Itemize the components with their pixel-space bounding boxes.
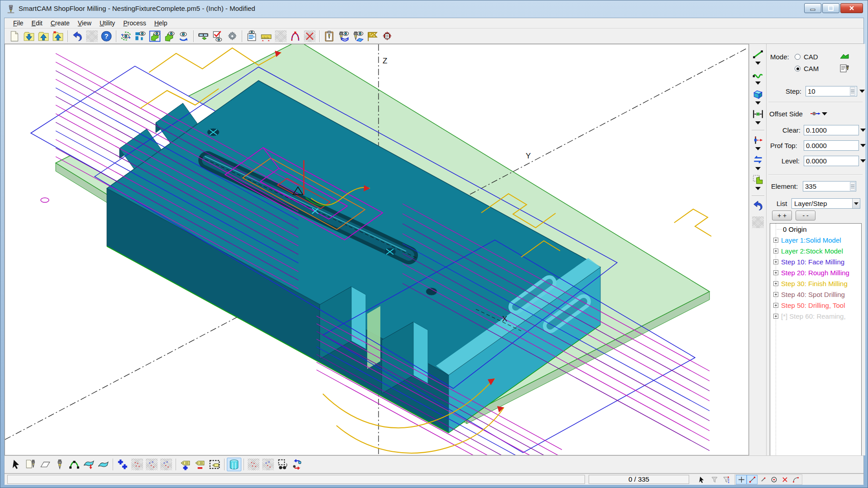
- expand-icon[interactable]: [773, 259, 778, 264]
- reverse-tool-button[interactable]: [751, 153, 765, 167]
- tag-select-button[interactable]: [207, 458, 222, 471]
- solid-tool-button[interactable]: [751, 87, 765, 101]
- show-active-button[interactable]: [148, 29, 162, 43]
- undo-side-button[interactable]: [751, 199, 765, 212]
- profile-tool-dropdown-icon[interactable]: [755, 187, 761, 190]
- undo-button[interactable]: [70, 29, 85, 43]
- help-button[interactable]: ?: [99, 29, 114, 43]
- expand-all-button[interactable]: + +: [772, 211, 792, 220]
- snap-endpoint-button[interactable]: [747, 475, 758, 484]
- tree-item-step-60-reaming[interactable]: [*] Step 60: Reaming,: [770, 311, 861, 321]
- tree-item-step-50-drilling-tool[interactable]: Step 50: Drilling, Tool: [770, 300, 861, 311]
- lead-arc-button[interactable]: [288, 29, 302, 43]
- show-all-button[interactable]: [162, 29, 177, 43]
- cam-radio[interactable]: [795, 66, 801, 72]
- list-combo-arrow[interactable]: [852, 199, 860, 208]
- level-input[interactable]: [804, 156, 859, 166]
- close-button[interactable]: [840, 3, 863, 13]
- viewport-canvas[interactable]: Z Y X: [5, 44, 749, 455]
- offset-side-dropdown-icon[interactable]: [822, 112, 827, 115]
- regen-view-button[interactable]: [290, 458, 304, 471]
- process-info-button[interactable]: [322, 29, 336, 43]
- stereo-view-button[interactable]: [196, 29, 211, 43]
- solid-tool-dropdown-icon[interactable]: [755, 101, 761, 105]
- sheet-drill-button[interactable]: [24, 458, 38, 471]
- expand-icon[interactable]: [773, 314, 778, 319]
- tree-item-layer-2-stock-model[interactable]: Layer 2:Stock Model: [770, 245, 861, 256]
- snap-arc-button[interactable]: [790, 475, 801, 484]
- show-surface-path-button[interactable]: [351, 29, 365, 43]
- jump-tool-dropdown-icon[interactable]: [755, 147, 761, 150]
- line-tool-button[interactable]: [751, 48, 765, 61]
- tree-item-step-20-rough-milling[interactable]: Step 20: Rough Milling: [770, 267, 861, 278]
- show-toolpath-button[interactable]: [336, 29, 351, 43]
- layer-step-tree[interactable]: 0 OriginLayer 1:Solid ModelLayer 2:Stock…: [770, 223, 862, 463]
- snap-grid-button[interactable]: [736, 475, 747, 484]
- clear-input[interactable]: [804, 125, 859, 135]
- expand-icon[interactable]: [773, 270, 778, 275]
- surface-project-button[interactable]: [82, 458, 96, 471]
- trim-tool-dropdown-icon[interactable]: [755, 121, 761, 124]
- line-tool-dropdown-icon[interactable]: [755, 62, 761, 65]
- expand-icon[interactable]: [773, 292, 778, 297]
- expand-icon[interactable]: [773, 238, 778, 243]
- snap-midpoint-button[interactable]: [758, 475, 768, 484]
- tag-remove-button[interactable]: [193, 458, 207, 471]
- menu-view[interactable]: View: [74, 19, 96, 28]
- open-file-button[interactable]: [22, 29, 36, 43]
- measure-button[interactable]: [259, 29, 273, 43]
- expand-icon[interactable]: [773, 281, 778, 286]
- zoom-window-button[interactable]: [275, 458, 290, 471]
- minimize-button[interactable]: [804, 3, 821, 13]
- arc-chain-button[interactable]: [67, 458, 82, 471]
- verify-button[interactable]: [211, 29, 225, 43]
- menu-process[interactable]: Process: [119, 19, 150, 28]
- list-combo[interactable]: Layer/Step: [791, 198, 860, 209]
- jump-tool-button[interactable]: [751, 133, 765, 147]
- snap-intersect-button[interactable]: [779, 475, 790, 484]
- element-input[interactable]: [803, 181, 856, 191]
- prof-top-input[interactable]: [804, 140, 859, 151]
- surface-button[interactable]: [96, 458, 110, 471]
- cam-radio-label[interactable]: CAM: [804, 65, 819, 72]
- post-flag-button[interactable]: [365, 29, 380, 43]
- tag-add-button[interactable]: [178, 458, 193, 471]
- expand-icon[interactable]: [773, 303, 778, 308]
- tree-item-0-origin[interactable]: 0 Origin: [770, 224, 861, 234]
- step-input[interactable]: [806, 86, 857, 96]
- save-file-button[interactable]: [51, 29, 65, 43]
- offset-side-icon[interactable]: [810, 109, 821, 118]
- collapse-all-button[interactable]: - -: [796, 211, 815, 220]
- tree-item-step-10-face-milling[interactable]: Step 10: Face Milling: [770, 256, 861, 267]
- reverse-tool-dropdown-icon[interactable]: [755, 167, 761, 170]
- select-cursor-button[interactable]: [9, 458, 24, 471]
- trim-tool-button[interactable]: [751, 107, 765, 121]
- tree-item-layer-1-solid-model[interactable]: Layer 1:Solid Model: [770, 234, 861, 245]
- level-dropdown-icon[interactable]: [860, 159, 866, 163]
- redraw-button[interactable]: [177, 29, 191, 43]
- view-windows-button[interactable]: [133, 29, 148, 43]
- tree-item-step-40-spot-drilling[interactable]: Step 40: Spot Drilling: [770, 289, 861, 300]
- filter-on-button[interactable]: [721, 475, 732, 484]
- maximize-button[interactable]: [822, 3, 839, 13]
- add-points-button[interactable]: [115, 458, 130, 471]
- clear-dropdown-icon[interactable]: [860, 129, 866, 132]
- spline-tool-button[interactable]: [751, 67, 765, 81]
- merge-file-button[interactable]: [36, 29, 51, 43]
- step-dropdown-icon[interactable]: [859, 90, 865, 93]
- snap-center-button[interactable]: [768, 475, 779, 484]
- element-spinner[interactable]: [850, 182, 855, 191]
- code-generate-button[interactable]: [380, 29, 394, 43]
- list-info-button[interactable]: [245, 29, 259, 43]
- dynamic-view-button[interactable]: [119, 29, 133, 43]
- drill-button[interactable]: [53, 458, 67, 471]
- cad-radio-label[interactable]: CAD: [804, 53, 818, 61]
- menu-help[interactable]: Help: [150, 19, 172, 28]
- menu-file[interactable]: File: [9, 19, 28, 28]
- menu-utility[interactable]: Utility: [96, 19, 119, 28]
- profile-tool-button[interactable]: [751, 173, 765, 187]
- prof-top-dropdown-icon[interactable]: [860, 144, 866, 147]
- menu-create[interactable]: Create: [47, 19, 74, 28]
- plane-button[interactable]: [38, 458, 53, 471]
- new-file-button[interactable]: [7, 29, 22, 43]
